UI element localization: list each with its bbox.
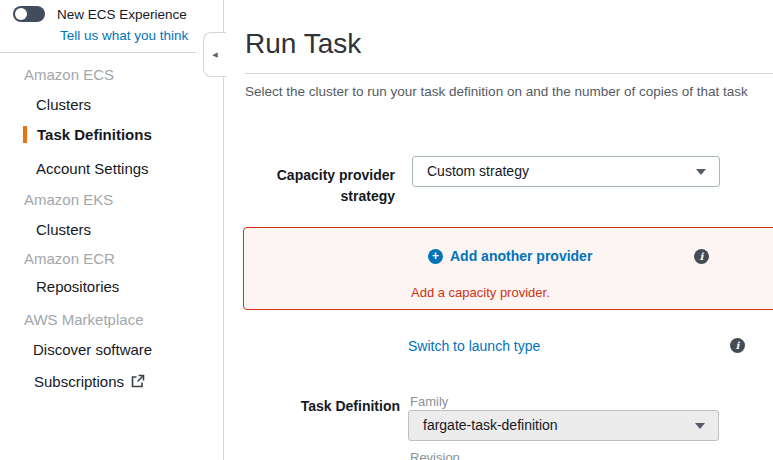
- sidebar-item-label: Subscriptions: [34, 373, 124, 390]
- add-another-provider-button[interactable]: + Add another provider: [428, 248, 592, 264]
- sidebar-section-amazon-ecr: Amazon ECR: [24, 250, 115, 267]
- new-experience-toggle-row: New ECS Experience: [13, 6, 187, 22]
- capacity-provider-error-message: Add a capacity provider.: [411, 285, 550, 300]
- sidebar-item-repositories[interactable]: Repositories: [36, 278, 119, 295]
- family-label: Family: [410, 394, 448, 409]
- toggle-knob: [15, 8, 27, 20]
- sidebar-item-discover-software[interactable]: Discover software: [33, 341, 152, 358]
- sidebar-item-clusters-eks[interactable]: Clusters: [36, 221, 91, 238]
- task-definition-label: Task Definition: [250, 396, 400, 417]
- sidebar-divider: [0, 52, 196, 53]
- capacity-provider-error-box: + Add another provider i Add a capacity …: [243, 227, 773, 310]
- external-link-icon: [131, 374, 145, 391]
- sidebar: New ECS Experience Tell us what you thin…: [0, 0, 224, 460]
- revision-label: Revision: [410, 450, 460, 460]
- task-definition-family-select[interactable]: fargate-task-definition: [408, 410, 719, 441]
- sidebar-section-amazon-ecs: Amazon ECS: [24, 66, 114, 83]
- switch-to-launch-type-link[interactable]: Switch to launch type: [408, 338, 540, 354]
- page-title: Run Task: [245, 28, 361, 60]
- sidebar-collapse-tab[interactable]: ◀: [203, 32, 226, 77]
- sidebar-section-aws-marketplace: AWS Marketplace: [24, 311, 143, 328]
- capacity-provider-strategy-value: Custom strategy: [427, 163, 529, 179]
- page-description: Select the cluster to run your task defi…: [245, 84, 773, 99]
- sidebar-item-clusters-ecs[interactable]: Clusters: [36, 96, 91, 113]
- capacity-provider-strategy-select[interactable]: Custom strategy: [412, 156, 720, 187]
- info-icon[interactable]: i: [730, 338, 745, 353]
- collapse-arrow-icon: ◀: [212, 51, 217, 59]
- capacity-provider-strategy-label: Capacity provider strategy: [245, 165, 395, 207]
- new-experience-label: New ECS Experience: [57, 7, 187, 22]
- sidebar-section-amazon-eks: Amazon EKS: [24, 191, 113, 208]
- feedback-link[interactable]: Tell us what you think: [60, 28, 188, 43]
- add-another-provider-label: Add another provider: [450, 248, 592, 264]
- new-experience-toggle[interactable]: [13, 6, 45, 22]
- sidebar-item-account-settings[interactable]: Account Settings: [36, 160, 149, 177]
- chevron-down-icon: [696, 169, 706, 175]
- sidebar-item-subscriptions[interactable]: Subscriptions: [34, 373, 145, 390]
- plus-icon: +: [428, 249, 443, 264]
- info-icon[interactable]: i: [694, 249, 709, 264]
- task-definition-family-value: fargate-task-definition: [423, 417, 558, 433]
- sidebar-item-task-definitions[interactable]: Task Definitions: [23, 126, 152, 143]
- chevron-down-icon: [695, 423, 705, 429]
- title-divider: [245, 73, 773, 74]
